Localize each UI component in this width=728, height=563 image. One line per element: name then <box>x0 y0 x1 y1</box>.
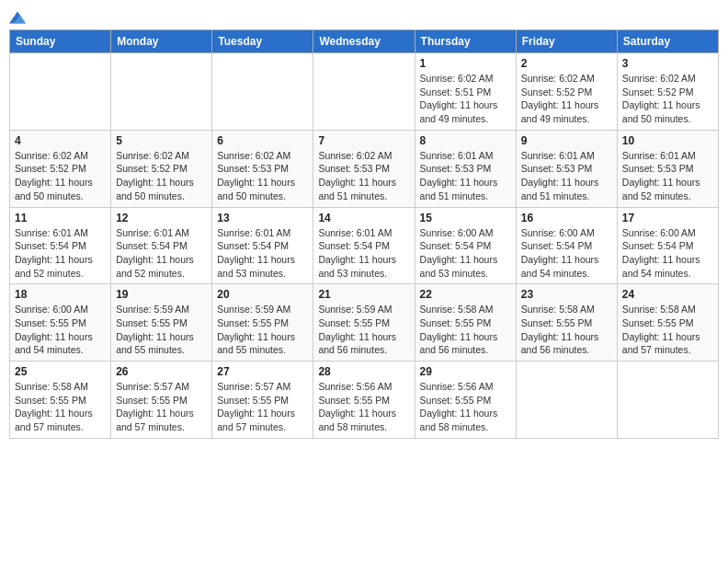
day-info: Sunrise: 6:01 AM Sunset: 5:53 PM Dayligh… <box>420 149 511 203</box>
calendar-cell: 26Sunrise: 5:57 AM Sunset: 5:55 PM Dayli… <box>111 362 212 439</box>
day-number: 22 <box>420 288 511 301</box>
day-info: Sunrise: 6:02 AM Sunset: 5:53 PM Dayligh… <box>318 149 409 203</box>
day-info: Sunrise: 6:00 AM Sunset: 5:54 PM Dayligh… <box>521 226 612 281</box>
day-number: 10 <box>622 134 713 147</box>
day-info: Sunrise: 6:01 AM Sunset: 5:54 PM Dayligh… <box>318 226 409 281</box>
calendar-cell: 19Sunrise: 5:59 AM Sunset: 5:55 PM Dayli… <box>111 284 212 362</box>
dow-header-friday: Friday <box>516 30 617 53</box>
calendar-cell: 21Sunrise: 5:59 AM Sunset: 5:55 PM Dayli… <box>313 284 415 362</box>
logo-icon <box>9 11 26 24</box>
calendar-cell: 14Sunrise: 6:01 AM Sunset: 5:54 PM Dayli… <box>313 207 415 284</box>
calendar-cell: 9Sunrise: 6:01 AM Sunset: 5:53 PM Daylig… <box>516 130 617 207</box>
calendar-week-2: 4Sunrise: 6:02 AM Sunset: 5:52 PM Daylig… <box>10 130 719 207</box>
day-number: 17 <box>622 212 713 224</box>
calendar-cell: 4Sunrise: 6:02 AM Sunset: 5:52 PM Daylig… <box>10 130 111 207</box>
calendar-cell: 7Sunrise: 6:02 AM Sunset: 5:53 PM Daylig… <box>313 130 415 207</box>
calendar-cell: 24Sunrise: 5:58 AM Sunset: 5:55 PM Dayli… <box>617 284 718 362</box>
day-number: 5 <box>116 134 207 147</box>
day-info: Sunrise: 5:57 AM Sunset: 5:55 PM Dayligh… <box>217 380 308 434</box>
day-info: Sunrise: 6:00 AM Sunset: 5:55 PM Dayligh… <box>15 303 106 357</box>
day-info: Sunrise: 6:02 AM Sunset: 5:53 PM Dayligh… <box>217 149 308 203</box>
calendar-cell: 23Sunrise: 5:58 AM Sunset: 5:55 PM Dayli… <box>516 284 617 362</box>
calendar-cell: 12Sunrise: 6:01 AM Sunset: 5:54 PM Dayli… <box>111 207 212 284</box>
calendar-cell: 20Sunrise: 5:59 AM Sunset: 5:55 PM Dayli… <box>212 284 313 362</box>
calendar-week-4: 18Sunrise: 6:00 AM Sunset: 5:55 PM Dayli… <box>10 284 719 362</box>
calendar-cell <box>111 53 212 131</box>
day-number: 16 <box>521 212 612 224</box>
calendar-cell: 3Sunrise: 6:02 AM Sunset: 5:52 PM Daylig… <box>617 53 718 131</box>
day-number: 11 <box>15 212 106 224</box>
dow-header-monday: Monday <box>111 30 212 53</box>
calendar-cell: 18Sunrise: 6:00 AM Sunset: 5:55 PM Dayli… <box>10 284 111 362</box>
day-info: Sunrise: 5:59 AM Sunset: 5:55 PM Dayligh… <box>318 303 409 357</box>
dow-header-wednesday: Wednesday <box>313 30 415 53</box>
day-info: Sunrise: 5:58 AM Sunset: 5:55 PM Dayligh… <box>420 303 511 357</box>
day-info: Sunrise: 5:58 AM Sunset: 5:55 PM Dayligh… <box>521 303 612 357</box>
day-info: Sunrise: 6:01 AM Sunset: 5:53 PM Dayligh… <box>521 149 612 203</box>
calendar-cell: 11Sunrise: 6:01 AM Sunset: 5:54 PM Dayli… <box>10 207 111 284</box>
calendar-cell: 15Sunrise: 6:00 AM Sunset: 5:54 PM Dayli… <box>415 207 516 284</box>
day-number: 15 <box>420 212 511 224</box>
day-number: 9 <box>521 134 612 147</box>
day-number: 3 <box>622 57 713 70</box>
day-info: Sunrise: 6:01 AM Sunset: 5:53 PM Dayligh… <box>622 149 713 203</box>
day-number: 12 <box>116 212 207 224</box>
day-number: 27 <box>217 365 308 378</box>
day-info: Sunrise: 6:01 AM Sunset: 5:54 PM Dayligh… <box>15 226 106 281</box>
day-info: Sunrise: 6:01 AM Sunset: 5:54 PM Dayligh… <box>116 226 207 281</box>
calendar-cell: 22Sunrise: 5:58 AM Sunset: 5:55 PM Dayli… <box>415 284 516 362</box>
day-number: 26 <box>116 365 207 378</box>
calendar-week-1: 1Sunrise: 6:02 AM Sunset: 5:51 PM Daylig… <box>10 53 719 131</box>
calendar-cell <box>617 362 718 439</box>
day-info: Sunrise: 6:02 AM Sunset: 5:52 PM Dayligh… <box>116 149 207 203</box>
day-info: Sunrise: 5:56 AM Sunset: 5:55 PM Dayligh… <box>318 380 409 434</box>
dow-header-thursday: Thursday <box>415 30 516 53</box>
day-number: 21 <box>318 288 409 301</box>
calendar-cell: 1Sunrise: 6:02 AM Sunset: 5:51 PM Daylig… <box>415 53 516 131</box>
day-number: 6 <box>217 134 308 147</box>
day-info: Sunrise: 5:56 AM Sunset: 5:55 PM Dayligh… <box>420 380 511 434</box>
calendar-week-3: 11Sunrise: 6:01 AM Sunset: 5:54 PM Dayli… <box>10 207 719 284</box>
dow-header-sunday: Sunday <box>10 30 111 53</box>
calendar-cell: 2Sunrise: 6:02 AM Sunset: 5:52 PM Daylig… <box>516 53 617 131</box>
day-number: 4 <box>15 134 106 147</box>
calendar-cell <box>516 362 617 439</box>
calendar-cell: 29Sunrise: 5:56 AM Sunset: 5:55 PM Dayli… <box>415 362 516 439</box>
calendar-cell <box>212 53 313 131</box>
calendar-cell: 25Sunrise: 5:58 AM Sunset: 5:55 PM Dayli… <box>10 362 111 439</box>
day-info: Sunrise: 6:02 AM Sunset: 5:51 PM Dayligh… <box>420 72 511 126</box>
calendar-cell: 6Sunrise: 6:02 AM Sunset: 5:53 PM Daylig… <box>212 130 313 207</box>
calendar-cell: 17Sunrise: 6:00 AM Sunset: 5:54 PM Dayli… <box>617 207 718 284</box>
day-info: Sunrise: 6:02 AM Sunset: 5:52 PM Dayligh… <box>15 149 106 203</box>
day-number: 28 <box>318 365 409 378</box>
calendar-cell: 5Sunrise: 6:02 AM Sunset: 5:52 PM Daylig… <box>111 130 212 207</box>
day-number: 13 <box>217 212 308 224</box>
day-number: 25 <box>15 365 106 378</box>
calendar-cell: 16Sunrise: 6:00 AM Sunset: 5:54 PM Dayli… <box>516 207 617 284</box>
day-number: 7 <box>318 134 409 147</box>
day-info: Sunrise: 6:02 AM Sunset: 5:52 PM Dayligh… <box>521 72 612 126</box>
day-number: 20 <box>217 288 308 301</box>
day-info: Sunrise: 5:58 AM Sunset: 5:55 PM Dayligh… <box>622 303 713 357</box>
calendar-cell <box>313 53 415 131</box>
day-info: Sunrise: 6:02 AM Sunset: 5:52 PM Dayligh… <box>622 72 713 126</box>
day-info: Sunrise: 6:01 AM Sunset: 5:54 PM Dayligh… <box>217 226 308 281</box>
dow-header-saturday: Saturday <box>617 30 718 53</box>
day-number: 19 <box>116 288 207 301</box>
calendar-cell <box>10 53 111 131</box>
day-number: 14 <box>318 212 409 224</box>
calendar-week-5: 25Sunrise: 5:58 AM Sunset: 5:55 PM Dayli… <box>10 362 719 439</box>
day-info: Sunrise: 6:00 AM Sunset: 5:54 PM Dayligh… <box>622 226 713 281</box>
calendar-cell: 13Sunrise: 6:01 AM Sunset: 5:54 PM Dayli… <box>212 207 313 284</box>
calendar-cell: 27Sunrise: 5:57 AM Sunset: 5:55 PM Dayli… <box>212 362 313 439</box>
day-number: 1 <box>420 57 511 70</box>
day-number: 8 <box>420 134 511 147</box>
dow-header-tuesday: Tuesday <box>212 30 313 53</box>
day-info: Sunrise: 5:57 AM Sunset: 5:55 PM Dayligh… <box>116 380 207 434</box>
calendar-table: SundayMondayTuesdayWednesdayThursdayFrid… <box>9 29 719 439</box>
day-info: Sunrise: 5:58 AM Sunset: 5:55 PM Dayligh… <box>15 380 106 434</box>
day-number: 18 <box>15 288 106 301</box>
day-number: 24 <box>622 288 713 301</box>
calendar-cell: 28Sunrise: 5:56 AM Sunset: 5:55 PM Dayli… <box>313 362 415 439</box>
day-info: Sunrise: 5:59 AM Sunset: 5:55 PM Dayligh… <box>116 303 207 357</box>
